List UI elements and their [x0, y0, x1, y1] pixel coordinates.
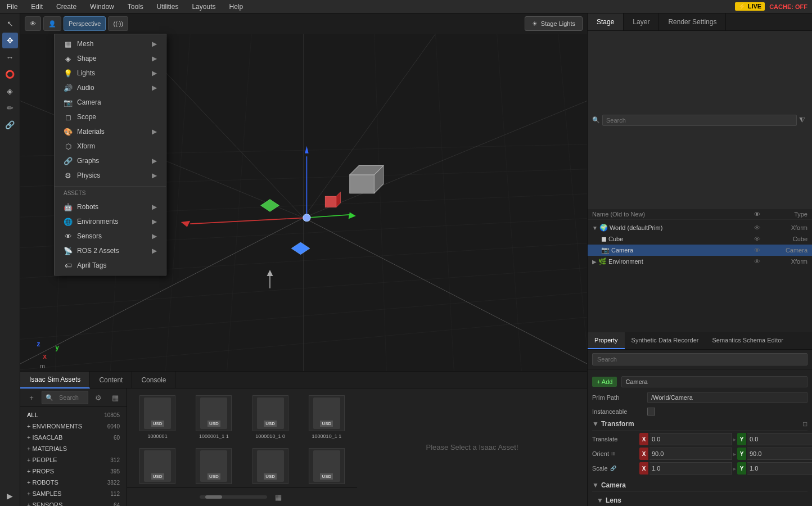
tab-semantics[interactable]: Semantics Schema Editor [705, 332, 790, 349]
menu-layouts[interactable]: Layouts [190, 2, 218, 12]
stage-search-input[interactable] [602, 115, 797, 126]
visibility-eye[interactable]: 👁 [751, 247, 763, 254]
stage-lights-btn[interactable]: ☀ Stage Lights [525, 16, 583, 31]
asset-item-1000010-2[interactable]: USD 1000010_1 2 [132, 446, 183, 487]
category-all[interactable]: ALL 10805 [20, 409, 127, 421]
tree-row-world[interactable]: ▼ 🌍 World (defaultPrim) 👁 Xform [588, 222, 812, 233]
tab-console[interactable]: Console [132, 372, 175, 388]
category-materials[interactable]: + MATERIALS [20, 443, 127, 454]
dropdown-april[interactable]: 🏷April Tags [55, 258, 166, 273]
tab-property[interactable]: Property [588, 332, 625, 349]
category-props[interactable]: + PROPS 395 [20, 466, 127, 477]
x-arrow[interactable]: ▸ [733, 451, 736, 457]
menu-edit[interactable]: Edit [29, 2, 45, 12]
tab-layer[interactable]: Layer [624, 13, 659, 30]
category-isaaclab[interactable]: + ISAACLAB 60 [20, 432, 127, 443]
asset-item-1000011[interactable]: USD 1000011_1 [245, 446, 296, 487]
expand-arrow[interactable]: ▼ [592, 225, 598, 231]
category-environments[interactable]: + ENVIRONMENTS 6040 [20, 421, 127, 432]
toolbar-scale[interactable]: ↔ [2, 49, 18, 65]
dropdown-shape[interactable]: ◈Shape ▶ [55, 51, 166, 66]
expand-arrow[interactable]: ▶ [592, 259, 597, 265]
toolbar-play[interactable]: ▶ [2, 488, 18, 504]
asset-item-1000-etc[interactable]: USD 1000... [301, 446, 353, 487]
scale-y-input[interactable] [747, 462, 812, 475]
menu-file[interactable]: File [4, 2, 20, 12]
toolbar-link[interactable]: 🔗 [2, 117, 18, 133]
asset-item-1000001[interactable]: USD 1000001 [132, 393, 183, 441]
asset-item-1000001-1[interactable]: USD 1000001_1 1 [188, 393, 240, 441]
svg-rect-33 [325, 196, 336, 207]
asset-item-1000010-0[interactable]: USD 1000010_1 0 [245, 393, 296, 441]
translate-y-input[interactable] [747, 433, 812, 445]
asset-item-1000010-3[interactable]: USD 1000010_1 3 [188, 446, 240, 487]
category-samples[interactable]: + SAMPLES 112 [20, 488, 127, 499]
dropdown-audio[interactable]: 🔊Audio ▶ [55, 80, 166, 95]
menu-tools[interactable]: Tools [125, 2, 146, 12]
tree-row-environment[interactable]: ▶ 🌿 Environment 👁 Xform [588, 256, 812, 267]
tab-synthetic-data[interactable]: Synthetic Data Recorder [625, 332, 706, 349]
tab-stage[interactable]: Stage [588, 13, 624, 30]
visibility-eye[interactable]: 👁 [751, 224, 763, 231]
translate-x-input[interactable] [649, 433, 732, 445]
tree-row-cube[interactable]: ◼ Cube 👁 Cube [588, 233, 812, 245]
dropdown-physics[interactable]: ⚙Physics ▶ [55, 168, 166, 183]
instanceable-checkbox[interactable] [647, 408, 655, 415]
dropdown-robots[interactable]: 🤖Robots ▶ [55, 200, 166, 214]
grid-scrollbar[interactable] [200, 495, 267, 499]
menu-window[interactable]: Window [88, 2, 116, 12]
prop-add-button[interactable]: + Add [592, 377, 617, 387]
assets-add-btn[interactable]: + [25, 391, 38, 404]
asset-item-1000010-1[interactable]: USD 1000010_1 1 [301, 393, 353, 441]
viewport-radio-btn[interactable]: ((·)) [108, 16, 128, 31]
orient-x-input[interactable] [649, 448, 732, 460]
toolbar-move[interactable]: ✥ [2, 33, 18, 48]
svg-marker-34 [336, 192, 341, 207]
menu-utilities[interactable]: Utilities [155, 2, 181, 12]
viewport-eye-btn[interactable]: 👁 [25, 16, 41, 31]
lens-section-header[interactable]: ▼ Lens [597, 494, 808, 506]
filter-icon[interactable]: ⧨ [797, 115, 808, 126]
live-badge[interactable]: ⚡ LIVE [735, 2, 765, 11]
dropdown-materials[interactable]: 🎨Materials ▶ [55, 124, 166, 139]
assets-search-input[interactable] [56, 392, 84, 403]
visibility-eye[interactable]: 👁 [751, 258, 763, 265]
x-arrow[interactable]: ▸ [733, 466, 736, 472]
dropdown-xform[interactable]: ⬡Xform [55, 139, 166, 153]
viewport[interactable]: ▦Mesh ▶ ◈Shape ▶ 💡Lights ▶ 🔊Audio ▶ [20, 13, 587, 371]
dropdown-camera[interactable]: 📷Camera [55, 95, 166, 110]
assets-settings-btn[interactable]: ⚙ [92, 391, 105, 404]
property-search-input[interactable] [592, 353, 808, 365]
dropdown-ros2[interactable]: 📡ROS 2 Assets ▶ [55, 243, 166, 258]
orient-y-input[interactable] [747, 448, 812, 460]
dropdown-mesh[interactable]: ▦Mesh ▶ [55, 37, 166, 51]
dropdown-scope[interactable]: ◻Scope [55, 110, 166, 124]
tree-row-camera[interactable]: 📷 Camera 👁 Camera [588, 245, 812, 256]
assets-grid-btn[interactable]: ▦ [109, 391, 122, 404]
tab-render-settings[interactable]: Render Settings [659, 13, 726, 30]
transform-section-header[interactable]: ▼ Transform ⊡ [592, 418, 808, 431]
category-people[interactable]: + PEOPLE 312 [20, 454, 127, 466]
tab-content[interactable]: Content [90, 372, 132, 388]
toolbar-rotate[interactable]: ⭕ [2, 66, 18, 82]
dropdown-lights[interactable]: 💡Lights ▶ [55, 66, 166, 80]
tab-isaac-sim-assets[interactable]: Isaac Sim Assets [20, 372, 90, 388]
x-arrow[interactable]: ▸ [733, 436, 736, 442]
dropdown-graphs[interactable]: 🔗Graphs ▶ [55, 153, 166, 168]
category-robots[interactable]: + ROBOTS 3822 [20, 477, 127, 488]
menu-help[interactable]: Help [227, 2, 245, 12]
scale-x-input[interactable] [649, 462, 732, 475]
grid-layout-icon[interactable]: ▦ [272, 490, 285, 504]
viewport-avatar-btn[interactable]: 👤 [43, 16, 61, 31]
toolbar-snap[interactable]: ◈ [2, 83, 18, 99]
menu-create[interactable]: Create [54, 2, 79, 12]
category-sensors[interactable]: + SENSORS 64 [20, 499, 127, 506]
dropdown-environments[interactable]: 🌐Environments ▶ [55, 214, 166, 229]
toolbar-select[interactable]: ↖ [2, 16, 18, 31]
transform-options-icon[interactable]: ⊡ [802, 421, 808, 428]
toolbar-pencil[interactable]: ✏ [2, 100, 18, 116]
camera-section-header[interactable]: ▼ Camera [592, 479, 808, 492]
viewport-perspective-btn[interactable]: Perspective [64, 16, 106, 31]
visibility-eye[interactable]: 👁 [751, 236, 763, 242]
dropdown-sensors[interactable]: 👁Sensors ▶ [55, 229, 166, 243]
